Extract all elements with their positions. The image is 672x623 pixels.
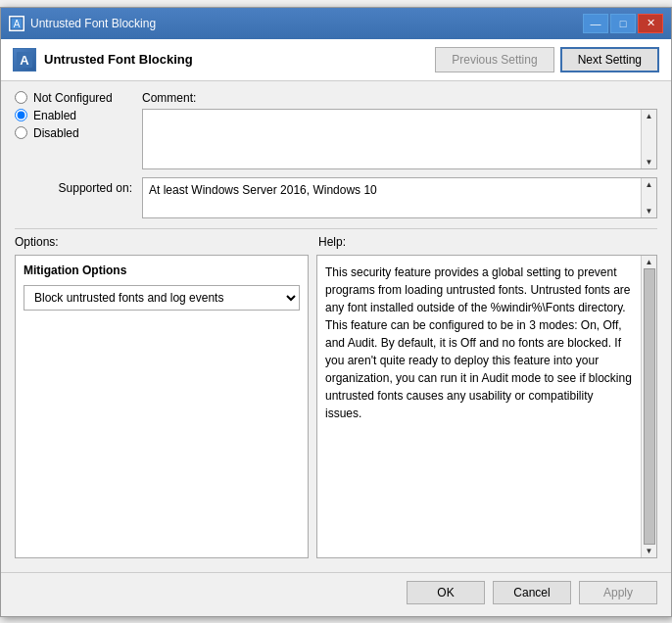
supported-label: Supported on: bbox=[15, 177, 142, 195]
help-scroll-down-icon[interactable]: ▼ bbox=[646, 547, 653, 555]
ok-button[interactable]: OK bbox=[407, 581, 485, 604]
radio-section: Not Configured Enabled Disabled bbox=[15, 91, 142, 162]
window-icon: A bbox=[9, 16, 24, 31]
help-box-container: This security feature provides a global … bbox=[316, 255, 657, 558]
options-box-title: Mitigation Options bbox=[24, 264, 300, 277]
radio-enabled-label: Enabled bbox=[33, 109, 76, 122]
header-buttons: Previous Setting Next Setting bbox=[435, 47, 659, 72]
dialog-body: Not Configured Enabled Disabled Comment: bbox=[1, 81, 671, 568]
options-panel: Mitigation Options Block untrusted fonts… bbox=[15, 255, 309, 558]
window-title: Untrusted Font Blocking bbox=[30, 17, 156, 30]
svg-text:A: A bbox=[14, 19, 21, 29]
svg-text:A: A bbox=[20, 53, 29, 68]
help-section-label: Help: bbox=[318, 235, 657, 249]
radio-disabled-input[interactable] bbox=[15, 126, 27, 139]
supported-row: Supported on: At least Windows Server 20… bbox=[15, 177, 657, 218]
radio-not-configured-label: Not Configured bbox=[33, 91, 113, 105]
prev-setting-button[interactable]: Previous Setting bbox=[435, 47, 553, 72]
maximize-button[interactable]: □ bbox=[610, 14, 636, 33]
title-bar-controls: — □ ✕ bbox=[583, 14, 663, 33]
options-section-label: Options: bbox=[15, 235, 318, 249]
dialog-footer: OK Cancel Apply bbox=[1, 572, 671, 616]
main-window: A Untrusted Font Blocking — □ ✕ A Untrus… bbox=[0, 7, 672, 617]
radio-disabled-label: Disabled bbox=[33, 126, 79, 140]
supported-box: At least Windows Server 2016, Windows 10… bbox=[142, 177, 657, 218]
comment-section: Comment: ▲ ▼ bbox=[142, 91, 657, 169]
help-text: This security feature provides a global … bbox=[317, 256, 641, 557]
comment-label: Comment: bbox=[142, 91, 657, 105]
help-scroll-up-icon[interactable]: ▲ bbox=[646, 258, 653, 266]
header-icon: A bbox=[13, 48, 36, 72]
options-box: Mitigation Options Block untrusted fonts… bbox=[15, 255, 309, 558]
apply-button[interactable]: Apply bbox=[579, 581, 657, 604]
supported-value: At least Windows Server 2016, Windows 10 bbox=[143, 178, 641, 217]
help-panel: This security feature provides a global … bbox=[316, 255, 657, 558]
comment-scroll-down-icon[interactable]: ▼ bbox=[646, 158, 653, 167]
section-divider bbox=[15, 228, 657, 229]
supported-scroll-down-icon[interactable]: ▼ bbox=[646, 207, 653, 216]
cancel-button[interactable]: Cancel bbox=[493, 581, 571, 604]
title-bar: A Untrusted Font Blocking — □ ✕ bbox=[1, 8, 671, 39]
help-scrollbar: ▲ ▼ bbox=[641, 256, 656, 557]
radio-disabled[interactable]: Disabled bbox=[15, 126, 142, 140]
minimize-button[interactable]: — bbox=[583, 14, 608, 33]
comment-textarea[interactable] bbox=[143, 110, 641, 168]
radio-enabled-input[interactable] bbox=[15, 109, 27, 121]
supported-scrollbar: ▲ ▼ bbox=[641, 178, 656, 217]
help-scroll-thumb[interactable] bbox=[644, 268, 655, 545]
radio-comment-row: Not Configured Enabled Disabled Comment: bbox=[15, 91, 657, 169]
options-help-row: Mitigation Options Block untrusted fonts… bbox=[15, 255, 657, 558]
next-setting-button[interactable]: Next Setting bbox=[560, 47, 659, 72]
comment-field-container: ▲ ▼ bbox=[142, 109, 657, 169]
comment-scroll-up-icon[interactable]: ▲ bbox=[646, 112, 653, 120]
comment-scrollbar: ▲ ▼ bbox=[641, 110, 656, 168]
supported-scroll-up-icon[interactable]: ▲ bbox=[646, 180, 653, 189]
mitigation-dropdown[interactable]: Block untrusted fonts and log events Do … bbox=[24, 285, 300, 311]
radio-not-configured-input[interactable] bbox=[15, 91, 27, 104]
section-labels: Options: Help: bbox=[15, 235, 657, 249]
close-button[interactable]: ✕ bbox=[638, 14, 663, 33]
header-title: Untrusted Font Blocking bbox=[44, 52, 193, 67]
dialog-header-left: A Untrusted Font Blocking bbox=[13, 48, 193, 72]
radio-enabled[interactable]: Enabled bbox=[15, 109, 142, 122]
title-bar-left: A Untrusted Font Blocking bbox=[9, 16, 156, 31]
radio-not-configured[interactable]: Not Configured bbox=[15, 91, 142, 105]
dialog-header: A Untrusted Font Blocking Previous Setti… bbox=[1, 39, 671, 81]
